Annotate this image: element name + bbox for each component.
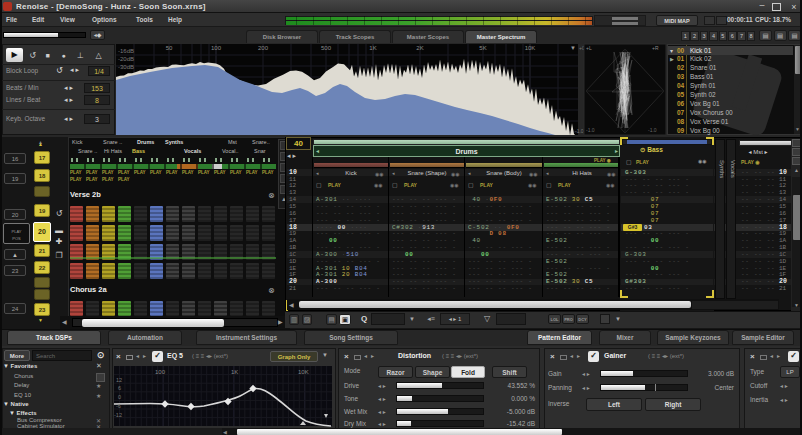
svg-text:-12: -12 (114, 412, 122, 418)
svg-text:10K: 10K (298, 369, 309, 375)
svg-text:1K: 1K (231, 369, 238, 375)
svg-text:12: 12 (116, 377, 122, 383)
svg-text:100: 100 (155, 369, 166, 375)
svg-text:0: 0 (118, 394, 121, 400)
svg-text:-6: -6 (116, 403, 121, 409)
svg-text:6: 6 (118, 385, 121, 391)
